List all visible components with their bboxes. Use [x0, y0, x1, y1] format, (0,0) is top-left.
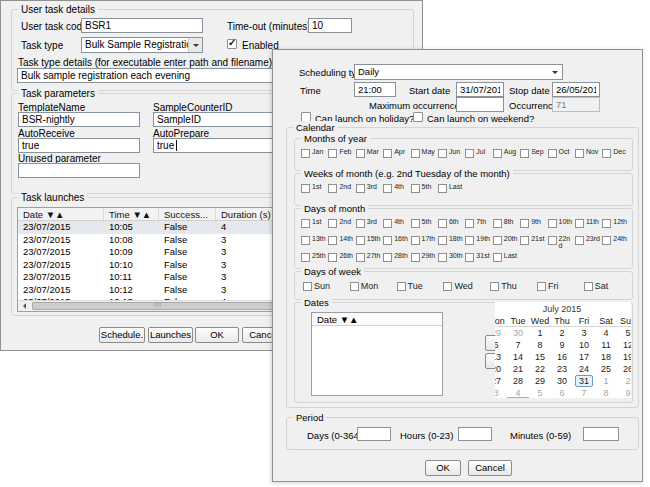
checkbox-jun[interactable]: Jun [438, 148, 465, 158]
checkbox-box[interactable] [493, 253, 502, 262]
checkbox-box[interactable] [465, 219, 474, 228]
checkbox-1st[interactable]: 1st [301, 218, 328, 235]
checkbox-box[interactable] [328, 184, 337, 193]
checkbox-box[interactable] [438, 184, 447, 193]
calendar-day[interactable]: 22 [529, 363, 551, 375]
calendar-day[interactable]: 2 [551, 327, 573, 339]
checkbox-box[interactable] [301, 184, 310, 193]
calendar-day[interactable]: 12 [617, 339, 631, 351]
checkbox-box[interactable] [301, 219, 310, 228]
checkbox-box[interactable] [350, 282, 359, 291]
checkbox-7th[interactable]: 7th [465, 218, 492, 235]
calendar-day[interactable]: 8 [529, 339, 551, 351]
checkbox-box[interactable] [356, 184, 365, 193]
checkbox-5th[interactable]: 5th [411, 218, 438, 235]
checkbox-box[interactable] [490, 282, 499, 291]
calendar-day[interactable]: 7 [507, 339, 529, 351]
checkbox-box[interactable] [438, 236, 447, 245]
calendar-day[interactable]: 17 [573, 351, 595, 363]
checkbox-box[interactable] [411, 253, 420, 262]
checkbox-15th[interactable]: 15th [356, 235, 383, 252]
checkbox-17th[interactable]: 17th [411, 235, 438, 252]
checkbox-box[interactable] [575, 219, 584, 228]
checkbox-may[interactable]: May [411, 148, 438, 158]
calendar-day[interactable]: 3 [495, 387, 507, 398]
checkbox-box[interactable] [328, 236, 337, 245]
start-date-input[interactable] [456, 82, 504, 97]
checkbox-box[interactable] [602, 236, 611, 245]
checkbox-sun[interactable]: Sun [303, 281, 350, 291]
checkbox-box[interactable] [438, 253, 447, 262]
calendar-day[interactable]: 20 [495, 363, 507, 375]
launches-button[interactable]: Launches [148, 327, 193, 343]
scroll-left-arrow-icon[interactable] [19, 302, 30, 310]
calendar-day[interactable]: 24 [573, 363, 595, 375]
column-header[interactable]: Date ▼▲ [18, 208, 104, 220]
checkbox-box[interactable] [438, 219, 447, 228]
checkbox-box[interactable] [602, 219, 611, 228]
checkbox-box[interactable] [383, 236, 392, 245]
checkbox-apr[interactable]: Apr [383, 148, 410, 158]
chevron-down-icon[interactable] [548, 65, 562, 79]
checkbox-box[interactable] [411, 149, 420, 158]
calendar-day[interactable]: 30 [507, 327, 529, 339]
checkbox-jul[interactable]: Jul [465, 148, 492, 158]
checkbox-box[interactable] [356, 236, 365, 245]
scrollbar-thumb[interactable] [32, 302, 284, 310]
checkbox-aug[interactable]: Aug [493, 148, 520, 158]
checkbox-14th[interactable]: 14th [328, 235, 355, 252]
checkbox-2nd[interactable]: 2nd [328, 218, 355, 235]
checkbox-box[interactable] [356, 219, 365, 228]
checkbox-box[interactable] [301, 253, 310, 262]
task-type-dropdown[interactable]: Bulk Sample Registration by T [81, 37, 203, 53]
calendar-day[interactable]: 13 [495, 351, 507, 363]
calendar-day[interactable]: 29 [495, 327, 507, 339]
param-input[interactable] [18, 138, 140, 153]
max-occurrences-input[interactable] [456, 97, 504, 112]
checkbox-fri[interactable]: Fri [537, 281, 584, 291]
checkbox-box[interactable] [584, 282, 593, 291]
checkbox-box[interactable] [383, 219, 392, 228]
calendar-day[interactable]: 15 [529, 351, 551, 363]
ok-button[interactable]: OK [195, 327, 239, 343]
calendar-day[interactable]: 7 [573, 387, 595, 398]
checkbox-box[interactable] [303, 282, 312, 291]
calendar-day[interactable]: 27 [495, 375, 507, 387]
checkbox-box[interactable] [356, 253, 365, 262]
calendar-day[interactable]: 6 [495, 339, 507, 351]
checkbox-last[interactable]: Last [438, 183, 465, 193]
column-header[interactable]: Success... [159, 208, 216, 220]
checkbox-box[interactable] [548, 236, 557, 245]
calendar-day[interactable]: 9 [551, 339, 573, 351]
checkbox-box[interactable] [383, 253, 392, 262]
enabled-checkbox[interactable] [227, 39, 237, 49]
column-header[interactable]: Duration (s) ... [216, 208, 278, 220]
param-input[interactable] [18, 112, 140, 127]
checkbox-3rd[interactable]: 3rd [356, 183, 383, 193]
checkbox-box[interactable] [465, 253, 474, 262]
checkbox-box[interactable] [411, 219, 420, 228]
checkbox-box[interactable] [548, 149, 557, 158]
can-launch-weekend-checkbox[interactable] [413, 112, 423, 122]
calendar-day[interactable]: 25 [595, 363, 617, 375]
checkbox-feb[interactable]: Feb [328, 148, 355, 158]
calendar-day[interactable]: 14 [507, 351, 529, 363]
checkbox-box[interactable] [537, 282, 546, 291]
checkbox-30th[interactable]: 30th [438, 252, 465, 269]
calendar-day[interactable]: 1 [529, 327, 551, 339]
dates-list-header[interactable]: Date ▼▲ [312, 313, 442, 326]
checkbox-sat[interactable]: Sat [584, 281, 631, 291]
checkbox-box[interactable] [465, 149, 474, 158]
calendar-day[interactable]: 23 [551, 363, 573, 375]
checkbox-10th[interactable]: 10th [548, 218, 575, 235]
checkbox-12th[interactable]: 12th [602, 218, 629, 235]
checkbox-19th[interactable]: 19th [465, 235, 492, 252]
column-header[interactable]: Time ▼▲ [104, 208, 159, 220]
checkbox-box[interactable] [411, 236, 420, 245]
calendar-day[interactable]: 19 [617, 351, 631, 363]
checkbox-box[interactable] [328, 219, 337, 228]
calendar-day[interactable]: 11 [595, 339, 617, 351]
checkbox-box[interactable] [548, 219, 557, 228]
checkbox-mon[interactable]: Mon [350, 281, 397, 291]
checkbox-box[interactable] [520, 219, 529, 228]
